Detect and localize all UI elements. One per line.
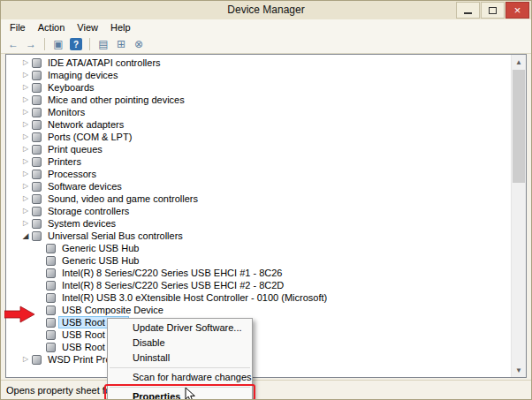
menu-help[interactable]: Help [104, 20, 137, 34]
minimize-button[interactable] [456, 2, 480, 19]
tree-item[interactable]: Intel(R) 8 Series/C220 Series USB EHCI #… [6, 267, 511, 279]
usb-device-icon [46, 293, 56, 303]
titlebar[interactable]: Device Manager × [1, 1, 531, 19]
sound-icon [32, 194, 42, 204]
tree-item-label: USB Composite Device [59, 305, 166, 315]
tree-item[interactable]: Generic USB Hub [6, 254, 511, 267]
tree-item[interactable]: ▷Network adapters [6, 118, 511, 131]
tree-item[interactable]: ◢Universal Serial Bus controllers [6, 230, 511, 242]
expand-arrow-icon[interactable]: ▷ [20, 57, 31, 69]
expand-arrow-icon[interactable]: ▷ [20, 106, 31, 118]
expand-arrow-icon[interactable]: ▷ [20, 69, 31, 81]
usb-device-icon [46, 268, 56, 278]
tree-item-label: Universal Serial Bus controllers [45, 230, 186, 241]
tree-item[interactable]: USB Root Hub [6, 328, 511, 341]
system-device-icon [32, 219, 42, 229]
keyboard-icon [32, 83, 42, 93]
tree-item[interactable]: Intel(R) 8 Series/C220 Series USB EHCI #… [6, 279, 511, 291]
collapse-arrow-icon[interactable]: ◢ [20, 230, 31, 242]
tree-item-label: Intel(R) USB 3.0 eXtensible Host Control… [59, 292, 330, 303]
context-menu-item-scan-for-hardware-changes[interactable]: Scan for hardware changes [108, 370, 252, 385]
tree-item[interactable]: Generic USB Hub [6, 242, 511, 254]
tree-item-label: IDE ATA/ATAPI controllers [45, 57, 163, 68]
tree-item[interactable]: ▷Storage controllers [6, 205, 511, 217]
update-driver-icon[interactable]: ▤ [95, 37, 111, 51]
tree-item[interactable]: ▷Monitors [6, 106, 511, 118]
device-manager-window: Device Manager × FileActionViewHelp ←→▣?… [0, 0, 532, 400]
tree-item[interactable]: ▷System devices [6, 217, 511, 230]
tree-item[interactable]: ▷Print queues [6, 143, 511, 155]
forward-icon[interactable]: → [23, 37, 39, 51]
tree-item-label: Generic USB Hub [59, 243, 141, 253]
uninstall-icon[interactable]: ⊗ [131, 37, 147, 51]
red-highlight-box [104, 384, 255, 400]
back-icon[interactable]: ← [5, 37, 21, 51]
tree-item-label: Generic USB Hub [59, 255, 141, 266]
tree-item[interactable]: ▷Sound, video and game controllers [6, 192, 511, 205]
help-icon[interactable]: ? [70, 38, 82, 50]
expand-arrow-icon[interactable]: ▷ [20, 353, 31, 366]
maximize-button[interactable] [481, 2, 505, 19]
scrollbar-thumb[interactable] [513, 70, 525, 183]
context-menu-item-disable[interactable]: Disable [108, 336, 252, 351]
mouse-icon [32, 95, 42, 105]
expand-arrow-icon[interactable]: ▷ [20, 155, 31, 168]
expand-arrow-icon[interactable]: ▷ [20, 217, 31, 230]
close-button[interactable]: × [505, 2, 529, 19]
software-device-icon [32, 182, 42, 192]
expand-arrow-icon[interactable]: ▷ [20, 94, 31, 106]
tree-item[interactable]: USB Root Hub [6, 316, 511, 328]
tree-item[interactable]: Intel(R) USB 3.0 eXtensible Host Control… [6, 291, 511, 304]
expand-arrow-icon[interactable]: ▷ [20, 81, 31, 94]
menubar: FileActionViewHelp [1, 19, 531, 35]
toolbar: ←→▣?▤⊞⊗ [1, 35, 531, 54]
tree-item[interactable]: ▷Processors [6, 168, 511, 180]
ports-icon [32, 132, 42, 142]
close-icon: × [514, 4, 521, 16]
tree-item[interactable]: ▷Mice and other pointing devices [6, 94, 511, 106]
maximize-icon [489, 7, 497, 14]
network-adapter-icon [32, 120, 42, 130]
scroll-up-icon[interactable]: ▲ [512, 55, 526, 69]
tree-item-label: Print queues [45, 144, 105, 155]
context-menu-item-update-driver-software[interactable]: Update Driver Software... [108, 321, 252, 336]
tree-item[interactable]: ▷IDE ATA/ATAPI controllers [6, 57, 511, 69]
context-menu-separator [110, 367, 250, 368]
menu-file[interactable]: File [4, 20, 32, 34]
expand-arrow-icon[interactable]: ▷ [20, 118, 31, 131]
context-menu-item-uninstall[interactable]: Uninstall [108, 351, 252, 366]
usb-device-icon [46, 343, 56, 352]
tree-item-label: Storage controllers [45, 206, 132, 216]
tree-item[interactable]: ▷Software devices [6, 180, 511, 192]
vertical-scrollbar[interactable]: ▲ ▼ [511, 55, 526, 377]
wsd-print-icon [32, 355, 42, 365]
tree-item[interactable]: ▷Keyboards [6, 81, 511, 94]
storage-controller-icon [32, 207, 42, 216]
tree-item-label: Intel(R) 8 Series/C220 Series USB EHCI #… [59, 280, 286, 291]
scan-hardware-icon[interactable]: ⊞ [113, 37, 129, 51]
console-window-icon[interactable]: ▣ [50, 37, 66, 51]
tree-item[interactable]: ▷Printers [6, 155, 511, 168]
scroll-down-icon[interactable]: ▼ [512, 363, 526, 377]
expand-arrow-icon[interactable]: ▷ [20, 168, 31, 180]
tree-item[interactable]: USB Composite Device [6, 304, 511, 316]
mouse-cursor [185, 387, 196, 400]
tree-item[interactable]: ▷Ports (COM & LPT) [6, 131, 511, 143]
red-arrow-annotation [4, 306, 36, 323]
minimize-icon [464, 12, 472, 14]
tree-item-label: Software devices [45, 181, 125, 192]
print-queue-icon [32, 145, 42, 155]
usb-device-icon [46, 244, 56, 253]
monitor-icon [32, 108, 42, 117]
menu-view[interactable]: View [71, 20, 104, 34]
expand-arrow-icon[interactable]: ▷ [20, 131, 31, 143]
tree-item-label: Mice and other pointing devices [45, 94, 187, 105]
menu-action[interactable]: Action [32, 20, 72, 34]
expand-arrow-icon[interactable]: ▷ [20, 205, 31, 217]
tree-item[interactable]: ▷WSD Print Provider [6, 353, 511, 366]
expand-arrow-icon[interactable]: ▷ [20, 192, 31, 205]
expand-arrow-icon[interactable]: ▷ [20, 143, 31, 155]
expand-arrow-icon[interactable]: ▷ [20, 180, 31, 192]
tree-item[interactable]: ▷Imaging devices [6, 69, 511, 81]
tree-item[interactable]: USB Root Hub [6, 341, 511, 353]
